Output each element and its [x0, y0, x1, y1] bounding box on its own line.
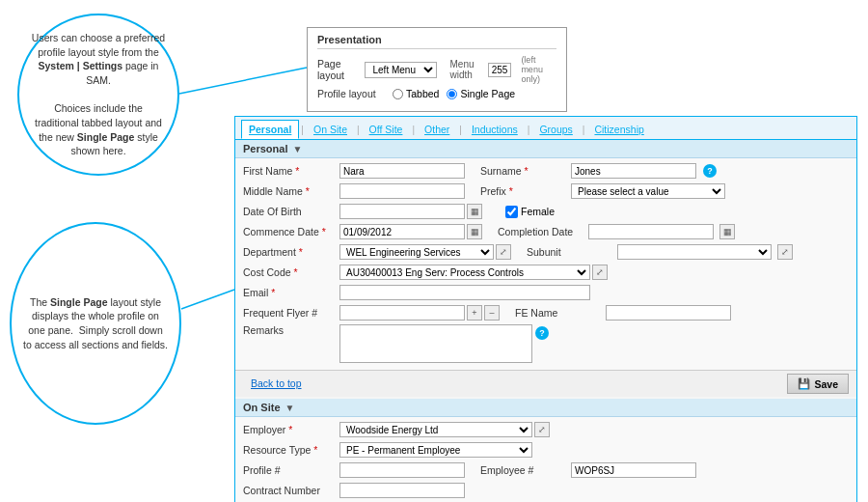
- tab-bar: Personal | On Site | Off Site | Other | …: [235, 117, 856, 140]
- subunit-expand-icon[interactable]: ⤢: [777, 244, 793, 260]
- subunit-col: Subunit ⤢: [527, 244, 793, 260]
- first-name-label: First Name *: [243, 165, 339, 177]
- frequent-flyer-row: Frequent Flyer # + – FE Name: [243, 304, 849, 321]
- tab-groups[interactable]: Groups: [531, 120, 580, 139]
- personal-chevron-icon[interactable]: ▼: [292, 144, 302, 154]
- resource-type-label: Resource Type *: [243, 444, 339, 456]
- on-site-form-area: Employer * Woodside Energy Ltd ⤢ Resourc…: [235, 417, 856, 502]
- profile-num-input[interactable]: [339, 462, 465, 478]
- first-name-input[interactable]: [339, 163, 465, 179]
- radio-single-label: Single Page: [460, 88, 515, 99]
- department-label: Department *: [243, 246, 339, 258]
- employer-row: Employer * Woodside Energy Ltd ⤢: [243, 421, 849, 438]
- radio-tabbed-label: Tabbed: [406, 88, 439, 99]
- completion-date-input[interactable]: [588, 224, 714, 239]
- surname-col: Surname * ?: [480, 163, 717, 179]
- personal-section-header: Personal ▼: [235, 140, 856, 158]
- commence-date-input[interactable]: [339, 224, 465, 239]
- radio-single-input[interactable]: [447, 89, 457, 99]
- fe-name-col: FE Name: [515, 305, 731, 321]
- remarks-row: Remarks ?: [243, 324, 849, 363]
- commence-calendar-icon[interactable]: ▦: [467, 224, 482, 239]
- middle-name-row: Middle Name * Prefix * Please select a v…: [243, 182, 849, 200]
- employer-label: Employer *: [243, 424, 339, 435]
- ff-icon1[interactable]: +: [467, 305, 482, 321]
- on-site-chevron-icon[interactable]: ▼: [285, 403, 295, 413]
- presentation-title: Presentation: [317, 34, 556, 49]
- prefix-select[interactable]: Please select a value: [571, 183, 725, 199]
- dob-row: Date Of Birth ▦ Female: [243, 203, 849, 220]
- svg-line-0: [179, 68, 307, 94]
- page-layout-label: Page layout: [317, 58, 359, 81]
- surname-help-icon[interactable]: ?: [703, 164, 717, 178]
- remarks-textarea[interactable]: [339, 324, 532, 363]
- fe-name-input[interactable]: [606, 305, 731, 321]
- tab-personal[interactable]: Personal: [241, 120, 299, 139]
- top-left-callout-text: Users can choose a preferred profile lay…: [31, 31, 166, 158]
- menu-width-note: (left menu only): [521, 55, 556, 84]
- contract-num-label: Contract Number: [243, 485, 339, 496]
- department-expand-icon[interactable]: ⤢: [496, 244, 511, 260]
- top-left-callout: Users can choose a preferred profile lay…: [17, 14, 179, 176]
- bottom-left-callout: The Single Page layout style displays th…: [10, 222, 181, 425]
- personal-section-label: Personal: [243, 143, 287, 154]
- email-row: Email *: [243, 284, 849, 301]
- employee-num-label: Employee #: [480, 464, 567, 476]
- save-icon: 💾: [798, 377, 810, 390]
- commence-date-label: Commence Date *: [243, 226, 339, 237]
- department-row: Department * WEL Engineering Services ⤢ …: [243, 243, 849, 261]
- department-select[interactable]: WEL Engineering Services: [339, 244, 494, 260]
- cost-code-select[interactable]: AU30400013 Eng Serv: Process Controls: [339, 265, 590, 280]
- radio-single-option[interactable]: Single Page: [447, 88, 515, 99]
- profile-form: Personal | On Site | Off Site | Other | …: [234, 116, 857, 502]
- employer-select[interactable]: Woodside Energy Ltd: [339, 422, 532, 437]
- tab-citizenship[interactable]: Citizenship: [586, 120, 651, 139]
- completion-date-label: Completion Date: [498, 226, 584, 237]
- resource-type-select[interactable]: PE - Permanent Employee: [339, 442, 532, 458]
- ff-icon2[interactable]: –: [484, 305, 500, 321]
- resource-type-row: Resource Type * PE - Permanent Employee: [243, 441, 849, 459]
- tab-inductions[interactable]: Inductions: [464, 120, 526, 139]
- dob-input[interactable]: [339, 204, 465, 219]
- middle-name-input[interactable]: [339, 183, 465, 199]
- contract-num-input[interactable]: [339, 483, 465, 498]
- dob-calendar-icon[interactable]: ▦: [467, 204, 482, 219]
- female-checkbox[interactable]: [505, 206, 518, 218]
- back-to-top-link[interactable]: Back to top: [243, 375, 310, 393]
- tab-on-site[interactable]: On Site: [306, 120, 355, 139]
- personal-form-area: First Name * Surname * ? Middle Name * P…: [235, 158, 856, 370]
- save-label: Save: [814, 378, 838, 390]
- middle-name-label: Middle Name *: [243, 185, 339, 197]
- dob-label: Date Of Birth: [243, 206, 339, 217]
- frequent-flyer-label: Frequent Flyer #: [243, 307, 339, 319]
- female-label-text: Female: [521, 206, 555, 217]
- svg-line-1: [181, 290, 234, 309]
- employer-expand-icon[interactable]: ⤢: [534, 422, 550, 437]
- bottom-left-callout-text: The Single Page layout style displays th…: [23, 295, 168, 352]
- tab-off-site[interactable]: Off Site: [362, 120, 411, 139]
- menu-width-value: 255: [488, 63, 512, 77]
- prefix-col: Prefix * Please select a value: [480, 183, 725, 199]
- cost-code-expand-icon[interactable]: ⤢: [592, 265, 608, 280]
- radio-tabbed-option[interactable]: Tabbed: [393, 88, 439, 99]
- female-checkbox-label[interactable]: Female: [505, 206, 555, 218]
- on-site-section-header: On Site ▼: [235, 399, 856, 417]
- radio-tabbed-input[interactable]: [393, 89, 403, 99]
- completion-date-col: Completion Date ▦: [498, 224, 735, 239]
- save-button[interactable]: 💾 Save: [787, 374, 849, 394]
- remarks-help-icon[interactable]: ?: [535, 326, 549, 340]
- email-input[interactable]: [339, 285, 590, 300]
- employee-num-input[interactable]: [571, 462, 696, 478]
- subunit-label: Subunit: [527, 246, 613, 258]
- first-name-row: First Name * Surname * ?: [243, 162, 849, 180]
- page-layout-select[interactable]: Left Menu: [365, 62, 437, 78]
- completion-calendar-icon[interactable]: ▦: [719, 224, 735, 239]
- contract-num-row: Contract Number: [243, 482, 849, 499]
- frequent-flyer-input[interactable]: [339, 305, 465, 321]
- menu-width-label: Menu width: [450, 59, 479, 80]
- email-label: Email *: [243, 287, 339, 298]
- cost-code-row: Cost Code * AU30400013 Eng Serv: Process…: [243, 264, 849, 281]
- tab-other[interactable]: Other: [417, 120, 457, 139]
- subunit-select[interactable]: [617, 244, 772, 260]
- surname-input[interactable]: [571, 163, 696, 179]
